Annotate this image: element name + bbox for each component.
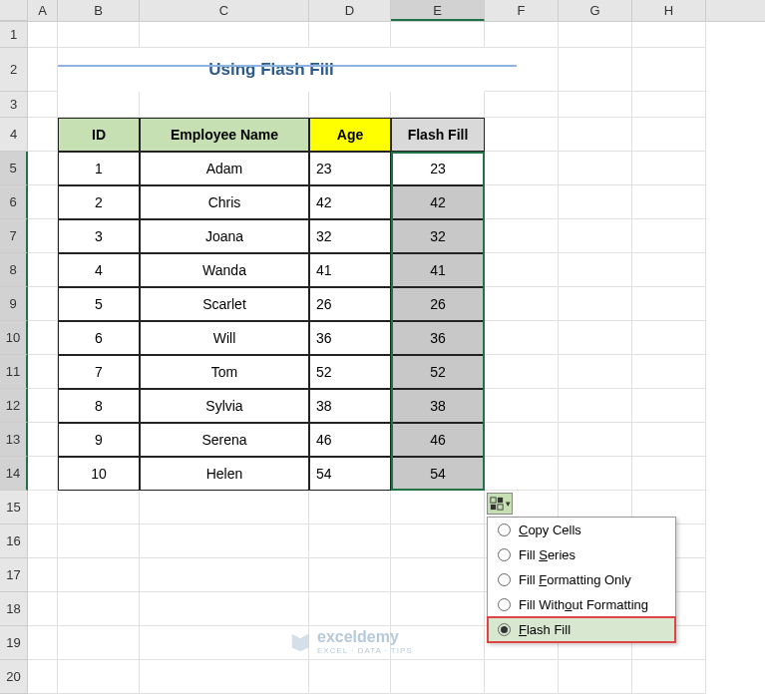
cell-flash[interactable]: 54 bbox=[391, 457, 485, 491]
cell-name[interactable]: Joana bbox=[140, 219, 309, 253]
cell-flash[interactable]: 42 bbox=[391, 185, 485, 219]
row-header-7[interactable]: 7 bbox=[0, 219, 28, 253]
cell-F4[interactable] bbox=[485, 118, 559, 152]
cell-H11[interactable] bbox=[632, 355, 706, 389]
cell-F7[interactable] bbox=[485, 219, 559, 253]
cell-H5[interactable] bbox=[632, 152, 706, 185]
row-header-14[interactable]: 14 bbox=[0, 457, 28, 491]
cell-age[interactable]: 36 bbox=[309, 321, 391, 355]
cell-E15[interactable] bbox=[391, 491, 485, 525]
row-header-3[interactable]: 3 bbox=[0, 92, 28, 118]
cell-G1[interactable] bbox=[559, 22, 632, 48]
select-all-corner[interactable] bbox=[0, 0, 28, 21]
cell-A15[interactable] bbox=[28, 491, 58, 525]
cell-F6[interactable] bbox=[485, 185, 559, 219]
cell-id[interactable]: 7 bbox=[58, 355, 140, 389]
cell-G8[interactable] bbox=[559, 253, 632, 287]
cell-id[interactable]: 6 bbox=[58, 321, 140, 355]
cell-name[interactable]: Sylvia bbox=[140, 389, 309, 423]
cell-G7[interactable] bbox=[559, 219, 632, 253]
cell-A2[interactable] bbox=[28, 48, 58, 92]
cell-age[interactable]: 52 bbox=[309, 355, 391, 389]
cell-id[interactable]: 2 bbox=[58, 185, 140, 219]
cell-G9[interactable] bbox=[559, 287, 632, 321]
cell-F8[interactable] bbox=[485, 253, 559, 287]
col-header-C[interactable]: C bbox=[140, 0, 309, 21]
cell-C3[interactable] bbox=[140, 92, 309, 118]
cell-age[interactable]: 32 bbox=[309, 219, 391, 253]
cell-G6[interactable] bbox=[559, 185, 632, 219]
cell-F5[interactable] bbox=[485, 152, 559, 185]
cell-G10[interactable] bbox=[559, 321, 632, 355]
cell-age[interactable]: 26 bbox=[309, 287, 391, 321]
cell-G13[interactable] bbox=[559, 423, 632, 457]
cell-F3[interactable] bbox=[485, 92, 559, 118]
menu-copy-cells[interactable]: Copy Cells bbox=[488, 518, 675, 542]
cell-age[interactable]: 42 bbox=[309, 185, 391, 219]
cell-D15[interactable] bbox=[309, 491, 391, 525]
cell-A4[interactable] bbox=[28, 118, 58, 152]
col-header-B[interactable]: B bbox=[58, 0, 140, 21]
row-header-13[interactable]: 13 bbox=[0, 423, 28, 457]
cell-id[interactable]: 8 bbox=[58, 389, 140, 423]
cell-F11[interactable] bbox=[485, 355, 559, 389]
cell-flash[interactable]: 36 bbox=[391, 321, 485, 355]
cell-G5[interactable] bbox=[559, 152, 632, 185]
cell-id[interactable]: 3 bbox=[58, 219, 140, 253]
cell-name[interactable]: Helen bbox=[140, 457, 309, 491]
cell-name[interactable]: Tom bbox=[140, 355, 309, 389]
cell-flash[interactable]: 52 bbox=[391, 355, 485, 389]
cell-age[interactable]: 23 bbox=[309, 152, 391, 185]
row-header-8[interactable]: 8 bbox=[0, 253, 28, 287]
cell-age[interactable]: 54 bbox=[309, 457, 391, 491]
cell-F12[interactable] bbox=[485, 389, 559, 423]
cell-B15[interactable] bbox=[58, 491, 140, 525]
cell-H10[interactable] bbox=[632, 321, 706, 355]
cell-D1[interactable] bbox=[309, 22, 391, 48]
cell-H12[interactable] bbox=[632, 389, 706, 423]
cell-G3[interactable] bbox=[559, 92, 632, 118]
cell-age[interactable]: 38 bbox=[309, 389, 391, 423]
header-age[interactable]: Age bbox=[309, 118, 391, 152]
cell-D3[interactable] bbox=[309, 92, 391, 118]
row-header-12[interactable]: 12 bbox=[0, 389, 28, 423]
cell-H1[interactable] bbox=[632, 22, 706, 48]
cell-G4[interactable] bbox=[559, 118, 632, 152]
row-header-4[interactable]: 4 bbox=[0, 118, 28, 152]
cell-F2[interactable] bbox=[485, 48, 559, 92]
cell-G14[interactable] bbox=[559, 457, 632, 491]
cell-id[interactable]: 5 bbox=[58, 287, 140, 321]
cell-A1[interactable] bbox=[28, 22, 58, 48]
cell-E1[interactable] bbox=[391, 22, 485, 48]
cell-A12[interactable] bbox=[28, 389, 58, 423]
cell-A7[interactable] bbox=[28, 219, 58, 253]
cell-A10[interactable] bbox=[28, 321, 58, 355]
row-header-2[interactable]: 2 bbox=[0, 48, 28, 92]
cell-name[interactable]: Serena bbox=[140, 423, 309, 457]
cell-age[interactable]: 46 bbox=[309, 423, 391, 457]
cell-age[interactable]: 41 bbox=[309, 253, 391, 287]
cell-B1[interactable] bbox=[58, 22, 140, 48]
cell-flash[interactable]: 32 bbox=[391, 219, 485, 253]
cell-H3[interactable] bbox=[632, 92, 706, 118]
row-header-19[interactable]: 19 bbox=[0, 626, 28, 660]
row-header-15[interactable]: 15 bbox=[0, 491, 28, 525]
cell-C1[interactable] bbox=[140, 22, 309, 48]
cell-flash[interactable]: 38 bbox=[391, 389, 485, 423]
cell-E3[interactable] bbox=[391, 92, 485, 118]
row-header-18[interactable]: 18 bbox=[0, 592, 28, 626]
cell-G12[interactable] bbox=[559, 389, 632, 423]
cell-B3[interactable] bbox=[58, 92, 140, 118]
col-header-A[interactable]: A bbox=[28, 0, 58, 21]
cell-name[interactable]: Wanda bbox=[140, 253, 309, 287]
cell-name[interactable]: Chris bbox=[140, 185, 309, 219]
cell-H8[interactable] bbox=[632, 253, 706, 287]
cell-A13[interactable] bbox=[28, 423, 58, 457]
row-header-16[interactable]: 16 bbox=[0, 525, 28, 558]
col-header-D[interactable]: D bbox=[309, 0, 391, 21]
col-header-F[interactable]: F bbox=[485, 0, 559, 21]
cell-C15[interactable] bbox=[140, 491, 309, 525]
cell-F10[interactable] bbox=[485, 321, 559, 355]
cell-id[interactable]: 9 bbox=[58, 423, 140, 457]
header-flash[interactable]: Flash Fill bbox=[391, 118, 485, 152]
